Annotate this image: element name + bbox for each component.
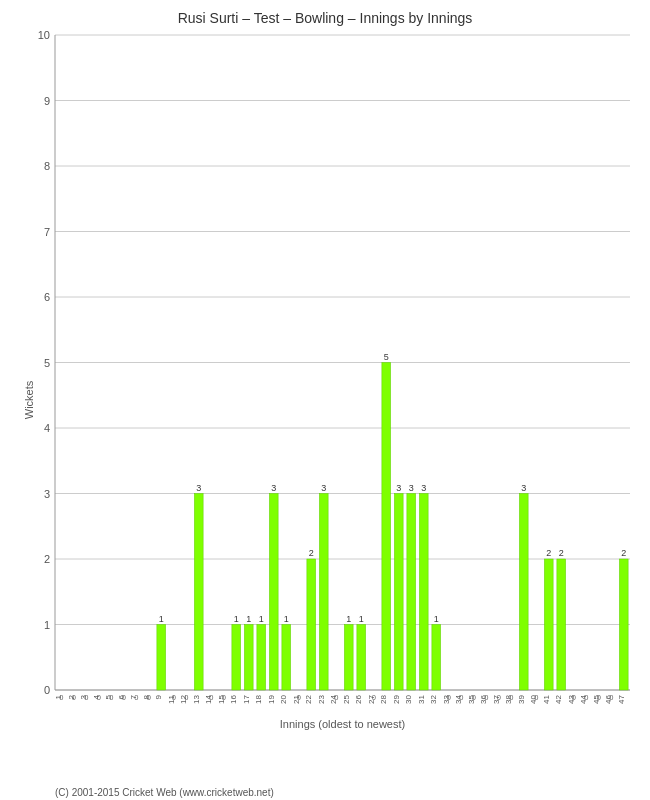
svg-text:19: 19	[267, 694, 276, 703]
svg-rect-74	[319, 494, 328, 691]
svg-text:1: 1	[284, 614, 289, 624]
svg-text:14: 14	[204, 694, 213, 703]
svg-text:3: 3	[44, 488, 50, 500]
svg-text:42: 42	[554, 694, 563, 703]
svg-text:1: 1	[44, 619, 50, 631]
svg-rect-122	[557, 559, 566, 690]
svg-text:2: 2	[67, 694, 76, 699]
svg-text:9: 9	[44, 95, 50, 107]
svg-text:43: 43	[567, 694, 576, 703]
svg-text:1: 1	[234, 614, 239, 624]
svg-text:6: 6	[117, 694, 126, 699]
svg-text:30: 30	[404, 694, 413, 703]
svg-text:33: 33	[442, 694, 451, 703]
svg-text:3: 3	[409, 483, 414, 493]
svg-rect-54	[232, 625, 241, 691]
svg-text:11: 11	[167, 694, 176, 703]
svg-text:9: 9	[154, 694, 163, 699]
svg-text:1: 1	[359, 614, 364, 624]
svg-text:38: 38	[504, 694, 513, 703]
svg-text:13: 13	[192, 694, 201, 703]
svg-text:4: 4	[92, 694, 101, 699]
svg-text:41: 41	[542, 694, 551, 703]
svg-rect-60	[257, 625, 266, 691]
svg-text:17: 17	[242, 694, 251, 703]
svg-text:32: 32	[429, 694, 438, 703]
svg-text:4: 4	[44, 422, 50, 434]
svg-text:3: 3	[396, 483, 401, 493]
svg-text:12: 12	[179, 694, 188, 703]
svg-rect-71	[307, 559, 316, 690]
svg-text:39: 39	[517, 694, 526, 703]
svg-rect-119	[544, 559, 553, 690]
svg-text:26: 26	[354, 694, 363, 703]
svg-text:1: 1	[434, 614, 439, 624]
svg-text:1: 1	[246, 614, 251, 624]
svg-text:47: 47	[617, 694, 626, 703]
svg-text:1: 1	[346, 614, 351, 624]
svg-rect-96	[419, 494, 428, 691]
svg-text:3: 3	[271, 483, 276, 493]
svg-text:2: 2	[559, 548, 564, 558]
chart-container: Rusi Surti – Test – Bowling – Innings by…	[0, 0, 650, 800]
svg-text:7: 7	[44, 226, 50, 238]
chart-title: Rusi Surti – Test – Bowling – Innings by…	[0, 0, 650, 31]
svg-rect-99	[432, 625, 441, 691]
svg-text:22: 22	[304, 694, 313, 703]
svg-text:28: 28	[379, 694, 388, 703]
svg-rect-87	[382, 363, 391, 691]
chart-svg: 0123456789100102030405060708190110123130…	[50, 30, 635, 750]
svg-text:0: 0	[44, 684, 50, 696]
svg-text:6: 6	[44, 291, 50, 303]
svg-text:31: 31	[417, 694, 426, 703]
svg-text:1: 1	[159, 614, 164, 624]
svg-rect-47	[194, 494, 203, 691]
svg-text:8: 8	[44, 160, 50, 172]
svg-text:40: 40	[529, 694, 538, 703]
svg-text:1: 1	[259, 614, 264, 624]
copyright-text: (C) 2001-2015 Cricket Web (www.cricketwe…	[55, 787, 274, 798]
svg-text:36: 36	[479, 694, 488, 703]
svg-text:3: 3	[79, 694, 88, 699]
svg-rect-79	[344, 625, 353, 691]
svg-text:3: 3	[321, 483, 326, 493]
svg-rect-82	[357, 625, 366, 691]
svg-rect-114	[519, 494, 528, 691]
svg-text:7: 7	[129, 694, 138, 699]
svg-rect-133	[619, 559, 628, 690]
svg-text:3: 3	[196, 483, 201, 493]
y-axis-label: Wickets	[23, 381, 35, 420]
svg-text:2: 2	[44, 553, 50, 565]
svg-rect-57	[244, 625, 253, 691]
svg-text:37: 37	[492, 694, 501, 703]
svg-text:16: 16	[229, 694, 238, 703]
svg-rect-40	[157, 625, 166, 691]
svg-text:20: 20	[279, 694, 288, 703]
svg-text:44: 44	[579, 694, 588, 703]
svg-text:35: 35	[467, 694, 476, 703]
svg-text:3: 3	[421, 483, 426, 493]
svg-text:8: 8	[142, 694, 151, 699]
svg-text:27: 27	[367, 694, 376, 703]
svg-text:2: 2	[309, 548, 314, 558]
svg-rect-90	[394, 494, 403, 691]
svg-text:Innings (oldest to newest): Innings (oldest to newest)	[280, 718, 405, 730]
svg-text:18: 18	[254, 694, 263, 703]
svg-text:2: 2	[621, 548, 626, 558]
svg-rect-93	[407, 494, 416, 691]
svg-text:1: 1	[54, 694, 63, 699]
svg-text:45: 45	[592, 694, 601, 703]
svg-text:2: 2	[546, 548, 551, 558]
svg-text:10: 10	[38, 29, 50, 41]
svg-text:34: 34	[454, 694, 463, 703]
svg-rect-63	[269, 494, 278, 691]
svg-text:29: 29	[392, 694, 401, 703]
svg-text:5: 5	[44, 357, 50, 369]
svg-text:46: 46	[604, 694, 613, 703]
svg-text:5: 5	[104, 694, 113, 699]
svg-text:23: 23	[317, 694, 326, 703]
svg-text:5: 5	[384, 352, 389, 362]
svg-text:25: 25	[342, 694, 351, 703]
svg-text:24: 24	[329, 694, 338, 703]
svg-text:15: 15	[217, 694, 226, 703]
